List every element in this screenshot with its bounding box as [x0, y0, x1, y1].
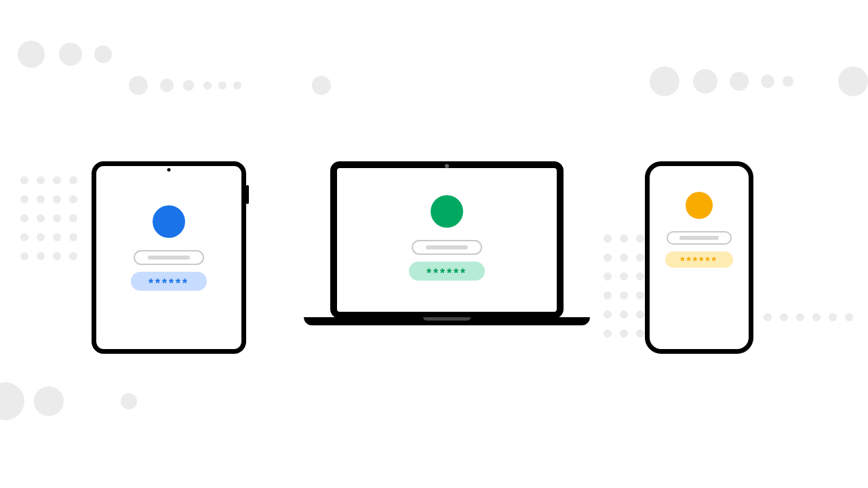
svg-point-55 [780, 313, 788, 321]
svg-point-60 [0, 382, 24, 420]
svg-point-6 [203, 81, 212, 89]
svg-point-9 [312, 76, 331, 95]
phone-device: ****** [645, 161, 753, 354]
svg-point-11 [693, 69, 717, 94]
svg-point-4 [160, 79, 174, 92]
svg-point-24 [20, 214, 28, 222]
decorative-dots-bottom-left [0, 374, 163, 428]
svg-point-37 [620, 235, 628, 243]
decorative-dots-top-right [637, 61, 868, 102]
svg-point-36 [604, 235, 612, 243]
svg-point-54 [764, 313, 772, 321]
svg-point-57 [812, 313, 821, 321]
password-field: ****** [131, 272, 207, 291]
username-placeholder-bar [679, 236, 718, 240]
username-placeholder-bar [148, 256, 190, 260]
svg-point-10 [650, 66, 679, 96]
phone-login-card: ****** [665, 192, 733, 268]
svg-point-46 [620, 291, 628, 300]
svg-point-53 [636, 329, 644, 338]
svg-point-40 [620, 253, 628, 262]
svg-point-45 [604, 291, 612, 300]
svg-point-23 [69, 195, 77, 203]
svg-point-22 [53, 195, 61, 203]
password-field: ****** [665, 251, 733, 268]
svg-point-15 [838, 66, 868, 96]
diagram-canvas: ****** ****** ****** [0, 0, 868, 488]
svg-point-44 [636, 272, 644, 281]
decorative-dots-top-left [0, 35, 346, 117]
svg-point-42 [604, 272, 612, 281]
svg-point-43 [620, 272, 628, 281]
laptop-device: ****** [330, 161, 564, 319]
svg-point-17 [37, 176, 45, 184]
svg-point-25 [37, 214, 45, 222]
svg-point-50 [636, 310, 644, 319]
svg-point-47 [636, 291, 644, 300]
svg-point-38 [636, 235, 644, 243]
svg-point-28 [20, 233, 28, 241]
svg-point-41 [636, 253, 644, 262]
decorative-dot-grid-left [18, 174, 92, 309]
svg-point-35 [69, 252, 77, 260]
svg-point-26 [53, 214, 61, 222]
laptop-login-card: ****** [409, 195, 485, 281]
svg-point-49 [620, 310, 628, 319]
svg-point-29 [37, 233, 45, 241]
svg-point-39 [604, 253, 612, 262]
svg-point-18 [53, 176, 61, 184]
user-avatar-icon [686, 192, 713, 219]
svg-point-3 [129, 76, 148, 95]
svg-point-16 [20, 176, 28, 184]
username-field [667, 231, 732, 245]
svg-point-59 [845, 313, 853, 321]
svg-point-51 [604, 329, 612, 338]
svg-point-19 [69, 176, 77, 184]
svg-point-1 [59, 43, 82, 66]
svg-point-30 [53, 233, 61, 241]
svg-point-21 [37, 195, 45, 203]
username-placeholder-bar [426, 245, 468, 249]
user-avatar-icon [153, 205, 185, 238]
svg-point-48 [604, 310, 612, 319]
password-field: ****** [409, 262, 485, 281]
svg-point-61 [34, 386, 64, 416]
svg-point-13 [761, 75, 774, 88]
svg-point-58 [829, 313, 837, 321]
svg-point-34 [53, 252, 61, 260]
svg-point-56 [796, 313, 804, 321]
svg-point-32 [20, 252, 28, 260]
tablet-device: ****** [92, 161, 246, 354]
svg-point-5 [183, 80, 194, 91]
svg-point-20 [20, 195, 28, 203]
svg-point-62 [121, 393, 137, 409]
svg-point-7 [218, 81, 226, 89]
user-avatar-icon [431, 195, 463, 228]
svg-point-33 [37, 252, 45, 260]
svg-point-0 [18, 41, 45, 68]
username-field [134, 250, 204, 265]
laptop-base [304, 317, 590, 325]
svg-point-2 [94, 45, 112, 63]
tablet-login-card: ****** [131, 205, 207, 291]
svg-point-12 [730, 72, 749, 91]
svg-point-8 [233, 81, 241, 89]
svg-point-27 [69, 214, 77, 222]
svg-point-14 [783, 76, 793, 87]
svg-point-31 [69, 233, 77, 241]
username-field [412, 240, 482, 255]
svg-point-52 [620, 329, 628, 338]
decorative-dots-right-trail [761, 310, 868, 331]
